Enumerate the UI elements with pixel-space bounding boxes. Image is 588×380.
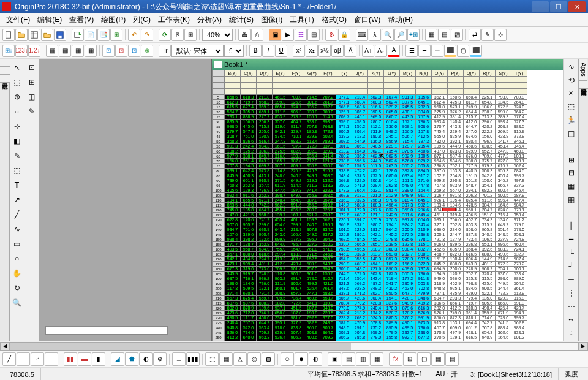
data-cell[interactable]: 311.5 bbox=[273, 110, 288, 115]
row-header[interactable]: 170 bbox=[213, 257, 225, 262]
data-cell[interactable]: 324.7 bbox=[288, 105, 304, 110]
data-cell[interactable]: 784.5 bbox=[511, 169, 527, 173]
data-cell[interactable]: 770.0 bbox=[336, 306, 352, 311]
data-cell[interactable]: 680.6 bbox=[384, 173, 400, 178]
data-cell[interactable]: 611.9 bbox=[273, 183, 288, 188]
data-cell[interactable]: 553.1 bbox=[480, 242, 496, 247]
duplicate-button[interactable]: ⎘ bbox=[172, 29, 184, 41]
row-header[interactable]: 230 bbox=[213, 316, 225, 321]
data-cell[interactable]: 474.2 bbox=[352, 169, 368, 173]
data-cell[interactable]: 868.6 bbox=[464, 227, 480, 232]
data-cell[interactable]: 164.6 bbox=[496, 335, 511, 340]
data-cell[interactable]: 765.4 bbox=[352, 188, 368, 193]
header-cell[interactable] bbox=[416, 83, 432, 89]
data-cell[interactable]: 980.1 bbox=[416, 252, 432, 257]
rect-tool[interactable]: ▭ bbox=[11, 238, 23, 250]
data-cell[interactable]: 322.5 bbox=[352, 178, 368, 183]
data-cell[interactable]: 528.7 bbox=[384, 311, 400, 316]
data-cell[interactable]: 264.8 bbox=[448, 173, 464, 178]
data-cell[interactable]: 301.6 bbox=[304, 100, 320, 105]
data-cell[interactable]: 833.1 bbox=[336, 291, 352, 296]
data-cell[interactable]: 376.2 bbox=[448, 110, 464, 115]
function-plot-button[interactable]: fx bbox=[389, 352, 402, 366]
data-cell[interactable]: 579.6 bbox=[511, 222, 527, 227]
data-cell[interactable]: 167.8 bbox=[416, 129, 432, 134]
hist-plot-button[interactable]: ▮▮▮ bbox=[186, 352, 200, 366]
data-cell[interactable]: 490.5 bbox=[225, 316, 241, 321]
panning-tool[interactable]: ↔ bbox=[11, 105, 23, 118]
data-cell[interactable]: 187.3 bbox=[288, 188, 304, 193]
data-cell[interactable]: 351.4 bbox=[464, 311, 480, 316]
data-cell[interactable]: 644.0 bbox=[273, 242, 288, 247]
data-cell[interactable]: 600.1 bbox=[511, 267, 527, 272]
data-cell[interactable]: 397.5 bbox=[400, 100, 416, 105]
data-cell[interactable]: 134.2 bbox=[368, 311, 384, 316]
data-cell[interactable]: 605.0 bbox=[225, 340, 241, 341]
menu-item-4[interactable]: 列(C) bbox=[129, 13, 154, 26]
data-cell[interactable]: 451.5 bbox=[288, 306, 304, 311]
image-plot-button[interactable]: ▩ bbox=[262, 352, 275, 366]
data-cell[interactable]: 677.3 bbox=[225, 267, 241, 272]
data-cell[interactable]: 134.5 bbox=[496, 100, 511, 105]
data-cell[interactable]: 300.1 bbox=[432, 232, 448, 237]
data-cell[interactable]: 786.3 bbox=[416, 120, 432, 124]
data-cell[interactable]: 463.0 bbox=[400, 286, 416, 291]
align-v-button[interactable]: ┃ bbox=[565, 221, 578, 232]
menu-item-2[interactable]: 查看(V) bbox=[66, 13, 97, 26]
data-cell[interactable]: 490.1 bbox=[400, 321, 416, 325]
data-cell[interactable]: 711.4 bbox=[336, 276, 352, 281]
data-cell[interactable]: 322.3 bbox=[416, 262, 432, 267]
rescale3-button[interactable]: ⊡ bbox=[128, 45, 140, 57]
data-cell[interactable]: 447.4 bbox=[511, 198, 527, 203]
data-cell[interactable]: 188.2 bbox=[225, 149, 241, 154]
data-cell[interactable]: 412.2 bbox=[448, 306, 464, 311]
data-cell[interactable]: 461.1 bbox=[432, 213, 448, 218]
data-cell[interactable]: 600.6 bbox=[320, 203, 336, 208]
data-cell[interactable]: 624.5 bbox=[368, 316, 384, 321]
data-cell[interactable]: 102.2 bbox=[432, 173, 448, 178]
data-cell[interactable]: 887.8 bbox=[464, 232, 480, 237]
reader-tool[interactable]: ⊕ bbox=[11, 91, 23, 103]
data-cell[interactable]: 680.0 bbox=[480, 252, 496, 257]
data-cell[interactable]: 937.1 bbox=[273, 306, 288, 311]
data-cell[interactable]: 450.4 bbox=[496, 173, 511, 178]
col-header[interactable]: M(Y) bbox=[400, 70, 416, 77]
data-cell[interactable]: 808.5 bbox=[320, 173, 336, 178]
header-cell[interactable] bbox=[416, 77, 432, 83]
data-cell[interactable]: 147.8 bbox=[225, 213, 241, 218]
data-cell[interactable]: 203.9 bbox=[304, 330, 320, 335]
header-cell[interactable] bbox=[241, 89, 257, 95]
data-cell[interactable]: 981.8 bbox=[448, 193, 464, 198]
data-cell[interactable]: 582.6 bbox=[384, 159, 400, 164]
data-cell[interactable]: 238.6 bbox=[336, 159, 352, 164]
data-cell[interactable]: 186.0 bbox=[480, 105, 496, 110]
header-cell[interactable] bbox=[336, 77, 352, 83]
data-cell[interactable]: 259.4 bbox=[352, 340, 368, 341]
mask-tool[interactable]: ◧ bbox=[11, 135, 23, 147]
data-cell[interactable]: 994.1 bbox=[511, 311, 527, 316]
data-cell[interactable]: 630.5 bbox=[480, 144, 496, 149]
data-cell[interactable]: 206.2 bbox=[464, 193, 480, 198]
data-cell[interactable]: 805.7 bbox=[352, 110, 368, 115]
data-cell[interactable]: 401.1 bbox=[288, 218, 304, 222]
data-cell[interactable]: 477.2 bbox=[496, 154, 511, 159]
data-cell[interactable]: 504.6 bbox=[511, 281, 527, 286]
data-cell[interactable]: 572.5 bbox=[496, 105, 511, 110]
data-cell[interactable]: 100.5 bbox=[416, 154, 432, 159]
curve-tool[interactable]: ∿ bbox=[11, 223, 23, 235]
new-window-button[interactable]: ⊞ bbox=[184, 29, 197, 41]
data-cell[interactable]: 905.3 bbox=[288, 110, 304, 115]
data-cell[interactable]: 129.3 bbox=[241, 188, 257, 193]
data-cell[interactable]: 832.8 bbox=[320, 105, 336, 110]
data-cell[interactable]: 289.3 bbox=[496, 115, 511, 120]
data-cell[interactable]: 128.2 bbox=[400, 311, 416, 316]
data-cell[interactable]: 866.6 bbox=[304, 325, 320, 330]
same-width-button[interactable]: ↔ bbox=[565, 314, 578, 325]
data-cell[interactable]: 155.8 bbox=[384, 335, 400, 340]
data-cell[interactable]: 504.9 bbox=[257, 247, 273, 252]
scroll-thumb[interactable] bbox=[10, 343, 351, 350]
data-cell[interactable]: 239.5 bbox=[384, 242, 400, 247]
data-cell[interactable]: 413.2 bbox=[225, 335, 241, 340]
row-header[interactable]: 20 bbox=[213, 110, 225, 115]
data-cell[interactable]: 472.9 bbox=[320, 129, 336, 134]
